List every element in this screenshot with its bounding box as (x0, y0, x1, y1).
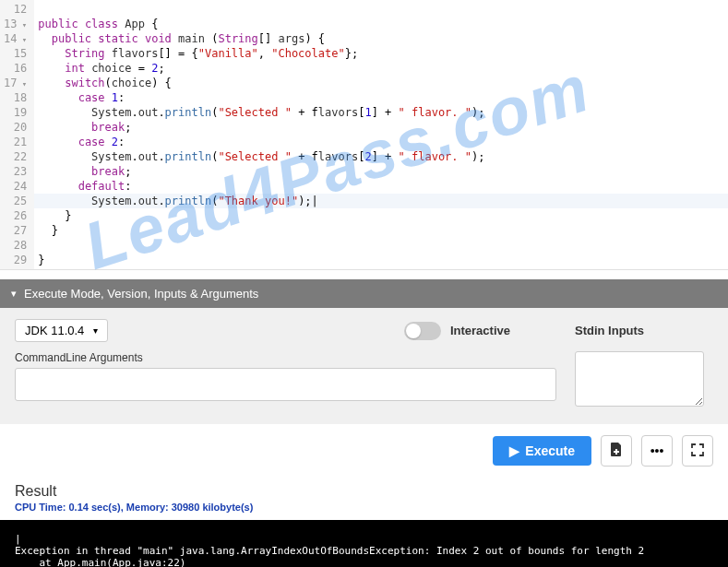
fullscreen-button[interactable] (682, 435, 713, 467)
code-line[interactable]: System.out.println("Selected " + flavors… (34, 105, 728, 120)
code-line[interactable]: default: (34, 179, 728, 194)
line-number: 20 (4, 120, 27, 135)
line-number: 26 (4, 208, 27, 223)
code-line[interactable]: } (34, 208, 728, 223)
code-line[interactable]: System.out.println("Thank you!");| (34, 194, 728, 208)
expand-icon (691, 443, 704, 459)
caret-down-icon: ▾ (93, 325, 98, 336)
code-line[interactable]: System.out.println("Selected " + flavors… (34, 149, 728, 164)
code-area[interactable]: public class App { public static void ma… (34, 0, 728, 269)
result-meta: CPU Time: 0.14 sec(s), Memory: 30980 kil… (0, 502, 728, 520)
code-line[interactable]: public class App { (34, 17, 728, 31)
stdin-input[interactable] (575, 351, 704, 407)
code-line[interactable]: String flavors[] = {"Vanilla", "Chocolat… (34, 46, 728, 61)
line-number: 22 (4, 149, 27, 164)
line-number: 24 (4, 179, 27, 194)
line-number: 18 (4, 90, 27, 105)
line-number: 17 (4, 76, 27, 90)
line-number: 15 (4, 46, 27, 61)
button-row: ▶ Execute ••• (0, 424, 728, 478)
code-line[interactable]: break; (34, 164, 728, 179)
line-number: 23 (4, 164, 27, 179)
line-number: 16 (4, 61, 27, 76)
execute-label: Execute (525, 443, 575, 458)
stdin-label: Stdin Inputs (575, 324, 713, 337)
play-icon: ▶ (509, 443, 519, 458)
line-number: 13 (4, 17, 27, 31)
interactive-toggle[interactable] (404, 322, 441, 340)
line-number: 25 (4, 194, 27, 208)
more-button[interactable]: ••• (641, 435, 673, 467)
code-line[interactable]: case 1: (34, 90, 728, 105)
code-editor[interactable]: 121314151617181920212223242526272829 pub… (0, 0, 728, 270)
code-line[interactable]: switch(choice) { (34, 76, 728, 90)
line-number: 14 (4, 31, 27, 46)
result-header: Result (0, 478, 728, 502)
line-number: 29 (4, 253, 27, 267)
line-number: 19 (4, 105, 27, 120)
cmdline-input[interactable] (15, 368, 556, 401)
dots-icon: ••• (650, 443, 664, 458)
jdk-version-select[interactable]: JDK 11.0.4 ▾ (15, 319, 108, 342)
line-number: 12 (4, 2, 27, 17)
save-file-button[interactable] (601, 435, 632, 467)
chevron-down-icon: ▾ (11, 288, 17, 300)
interactive-label: Interactive (450, 324, 510, 337)
code-line[interactable]: } (34, 253, 728, 267)
code-line[interactable] (34, 2, 728, 17)
line-number: 28 (4, 238, 27, 253)
line-number: 21 (4, 135, 27, 149)
line-number: 27 (4, 223, 27, 238)
code-line[interactable] (34, 238, 728, 253)
panel-title: Execute Mode, Version, Inputs & Argument… (24, 287, 258, 301)
line-gutter: 121314151617181920212223242526272829 (0, 0, 34, 269)
code-line[interactable]: public static void main (String[] args) … (34, 31, 728, 46)
version-selected-label: JDK 11.0.4 (25, 324, 84, 337)
code-line[interactable]: break; (34, 120, 728, 135)
execute-button[interactable]: ▶ Execute (493, 436, 591, 466)
file-plus-icon (610, 443, 623, 460)
execute-panel-header[interactable]: ▾ Execute Mode, Version, Inputs & Argume… (0, 279, 728, 308)
code-line[interactable]: } (34, 223, 728, 238)
console-output: | Exception in thread "main" java.lang.A… (0, 520, 728, 567)
code-line[interactable]: case 2: (34, 135, 728, 149)
code-line[interactable]: int choice = 2; (34, 61, 728, 76)
cmdline-label: CommandLine Arguments (15, 351, 556, 364)
execute-panel-body: JDK 11.0.4 ▾ Interactive Stdin Inputs Co… (0, 308, 728, 424)
